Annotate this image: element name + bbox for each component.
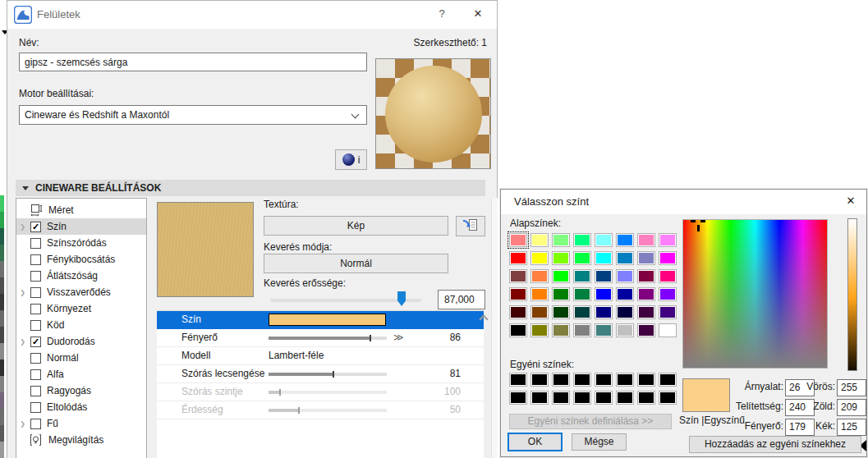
color-swatch[interactable] <box>637 233 655 247</box>
color-swatch[interactable] <box>573 305 591 319</box>
expander-icon[interactable]: ❯ <box>16 338 29 346</box>
color-swatch[interactable] <box>616 251 634 265</box>
tree-item-8[interactable]: ❯✓Dudorodás <box>16 333 146 350</box>
checkbox[interactable] <box>30 419 41 429</box>
color-swatch[interactable] <box>595 233 613 247</box>
color-swatch[interactable] <box>637 269 655 283</box>
checkbox[interactable] <box>30 238 41 249</box>
expander-icon[interactable]: ❯ <box>16 420 29 428</box>
color-swatch[interactable] <box>530 391 549 405</box>
color-swatch[interactable] <box>509 305 527 319</box>
color-swatch[interactable] <box>552 373 570 387</box>
slider[interactable] <box>269 409 387 412</box>
color-swatch[interactable] <box>616 323 634 337</box>
color-swatch[interactable] <box>659 323 677 337</box>
color-swatch[interactable] <box>573 287 591 301</box>
color-swatch[interactable] <box>616 269 634 283</box>
color-swatch[interactable] <box>509 323 527 337</box>
color-swatch[interactable] <box>659 233 677 247</box>
property-row[interactable]: Érdesség50 <box>157 401 484 419</box>
color-swatch[interactable] <box>573 373 591 387</box>
titlebar[interactable]: Felületek ? ✕ <box>7 1 497 29</box>
color-swatch[interactable] <box>552 323 570 337</box>
color-swatch[interactable] <box>637 323 655 337</box>
color-swatch[interactable] <box>269 314 386 326</box>
color-swatch[interactable] <box>530 233 549 247</box>
color-swatch[interactable] <box>595 391 613 405</box>
expand-icon[interactable]: ≫ <box>393 332 404 343</box>
surface-name-input[interactable] <box>19 53 367 71</box>
color-swatch[interactable] <box>552 233 570 247</box>
ok-button[interactable]: OK <box>507 433 563 451</box>
tree-item-4[interactable]: Átlátszóság <box>16 268 146 284</box>
color-swatch[interactable] <box>530 323 549 337</box>
texture-preview[interactable] <box>157 202 254 297</box>
checkbox[interactable] <box>30 402 41 413</box>
add-to-custom-colors-button[interactable]: Hozzáadás az egyéni színekhez <box>689 436 861 453</box>
color-swatch[interactable] <box>509 269 527 283</box>
tree-item-14[interactable]: Megvilágítás <box>16 432 146 448</box>
color-swatch[interactable] <box>637 373 655 387</box>
checkbox[interactable]: ✓ <box>30 337 41 347</box>
color-swatch[interactable] <box>573 233 591 247</box>
tree-item-6[interactable]: Környezet <box>16 300 146 317</box>
checkbox[interactable] <box>30 369 41 380</box>
tree-item-12[interactable]: Eltolódás <box>16 399 146 415</box>
property-row[interactable]: Szórás lecsengése81 <box>157 365 484 383</box>
help-button[interactable]: ? <box>433 7 451 24</box>
color-swatch[interactable] <box>659 287 677 301</box>
color-swatch[interactable] <box>552 269 570 283</box>
color-swatch[interactable] <box>616 391 634 405</box>
color-swatch[interactable] <box>595 287 613 301</box>
checkbox[interactable] <box>30 304 41 314</box>
cinema4d-info-button[interactable]: i <box>335 149 367 170</box>
color-swatch[interactable] <box>530 269 549 283</box>
tree-item-3[interactable]: Fénykibocsátás <box>16 251 146 268</box>
color-swatch[interactable] <box>573 391 591 405</box>
tree-item-1[interactable]: ❯✓Szín <box>16 218 146 235</box>
tree-item-7[interactable]: Köd <box>16 317 146 333</box>
tree-item-10[interactable]: Alfa <box>16 366 146 382</box>
color-swatch[interactable] <box>509 287 527 301</box>
color-swatch[interactable] <box>659 391 677 405</box>
checkbox[interactable] <box>30 353 41 364</box>
tree-item-2[interactable]: Színszóródás <box>16 235 146 251</box>
color-swatch[interactable] <box>509 391 527 405</box>
tree-item-0[interactable]: Méret <box>16 202 146 218</box>
color-swatch[interactable] <box>530 251 549 265</box>
color-swatch[interactable] <box>509 251 527 265</box>
color-swatch[interactable] <box>595 373 613 387</box>
color-swatch[interactable] <box>616 233 634 247</box>
property-row[interactable]: Szín <box>157 311 484 329</box>
color-swatch[interactable] <box>573 323 591 337</box>
scrollbar[interactable] <box>491 198 498 458</box>
slider[interactable] <box>269 373 387 376</box>
color-swatch[interactable] <box>573 251 591 265</box>
close-button[interactable]: ✕ <box>842 195 860 211</box>
color-swatch[interactable] <box>659 373 677 387</box>
expander-icon[interactable]: ❯ <box>16 289 29 296</box>
color-swatch[interactable] <box>616 305 634 319</box>
tree-item-11[interactable]: Ragyogás <box>16 382 146 399</box>
checkbox[interactable] <box>30 320 41 331</box>
color-swatch[interactable] <box>530 287 549 301</box>
blend-mode-button[interactable]: Normál <box>264 254 448 273</box>
red-field-value[interactable]: 255 <box>837 379 866 396</box>
color-swatch[interactable] <box>616 373 634 387</box>
tree-item-5[interactable]: ❯Visszaverődés <box>16 284 146 300</box>
color-swatch[interactable] <box>659 269 677 283</box>
checkbox[interactable] <box>30 254 41 265</box>
material-preview[interactable] <box>375 58 491 169</box>
color-swatch[interactable] <box>552 287 570 301</box>
color-swatch[interactable] <box>530 305 549 319</box>
property-row[interactable]: Szórás szintje100 <box>157 383 484 401</box>
slider-handle[interactable] <box>397 291 406 306</box>
texture-image-button[interactable]: Kép <box>264 216 448 236</box>
tree-item-13[interactable]: ❯Fű <box>16 415 146 432</box>
hue-saturation-field[interactable] <box>682 219 828 369</box>
color-swatch[interactable] <box>552 305 570 319</box>
blue-field-value[interactable]: 125 <box>837 419 866 436</box>
close-button[interactable]: ✕ <box>469 7 487 24</box>
green-field-value[interactable]: 209 <box>837 399 866 416</box>
blend-strength-value[interactable]: 87,000 <box>438 290 485 309</box>
